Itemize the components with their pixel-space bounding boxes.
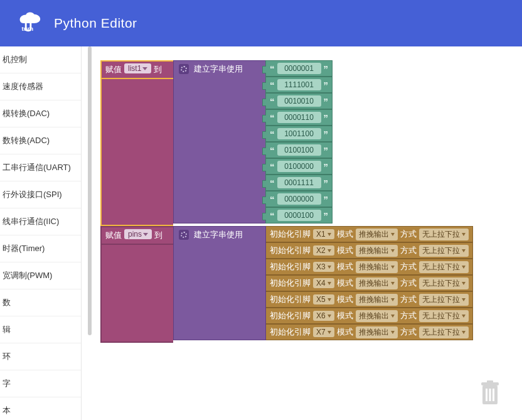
mode-dropdown[interactable]: 推挽输出: [356, 277, 398, 289]
workspace[interactable]: 赋值 list1 到 建立字串使用: [82, 46, 522, 420]
sidebar-item[interactable]: 环: [0, 343, 81, 370]
flyout-separator: [88, 46, 92, 335]
method-dropdown[interactable]: 无上拉下拉: [419, 245, 469, 257]
caret-down-icon: [462, 233, 466, 236]
mode-dropdown[interactable]: 推挽输出: [356, 326, 398, 338]
pin-init-block[interactable]: 初始化引脚 X1 模式 推挽输出 方式 无上拉下拉: [265, 226, 473, 242]
string-value-list: “0000001” “1111001” “0010010” “0000110” …: [266, 60, 333, 226]
mode-dropdown[interactable]: 推挽输出: [356, 294, 398, 306]
variable-dropdown[interactable]: pins: [124, 229, 152, 239]
assign-keyword: 赋值: [105, 230, 122, 241]
pin-mode-label: 模式: [337, 229, 353, 240]
string-literal[interactable]: “0000100”: [265, 207, 333, 223]
pin-init-block[interactable]: 初始化引脚 X3 模式 推挽输出 方式 无上拉下拉: [265, 259, 473, 275]
sidebar-item[interactable]: 线串行通信(IIC): [0, 208, 81, 235]
pin-init-list: 初始化引脚 X1 模式 推挽输出 方式 无上拉下拉 初始化引脚 X2 模式 推挽…: [266, 226, 473, 343]
category-sidebar: 机控制 速度传感器 模转换(DAC) 数转换(ADC) 工串行通信(UART) …: [0, 46, 82, 420]
string-literal[interactable]: “0001111”: [265, 175, 333, 191]
method-dropdown[interactable]: 无上拉下拉: [419, 326, 469, 338]
pin-init-block[interactable]: 初始化引脚 X7 模式 推挽输出 方式 无上拉下拉: [265, 324, 473, 340]
gear-icon[interactable]: [179, 230, 189, 240]
string-literal[interactable]: “0100100”: [265, 142, 333, 158]
pin-init-label: 初始化引脚: [270, 229, 311, 240]
gear-icon[interactable]: [179, 64, 189, 74]
trash-icon[interactable]: [479, 380, 501, 407]
method-dropdown[interactable]: 无上拉下拉: [419, 277, 469, 289]
string-literal[interactable]: “0000110”: [265, 109, 333, 126]
pin-dropdown[interactable]: X1: [313, 229, 334, 239]
create-string-label: 建立字串使用: [194, 63, 243, 75]
variable-dropdown[interactable]: list1: [124, 63, 151, 73]
sidebar-item[interactable]: 字: [0, 370, 81, 397]
app-header: turn Python Editor: [0, 0, 522, 46]
variable-name: pins: [128, 230, 142, 239]
method-dropdown[interactable]: 无上拉下拉: [419, 261, 469, 273]
sidebar-item[interactable]: 数转换(ADC): [0, 127, 81, 154]
pin-dropdown[interactable]: X4: [313, 278, 334, 288]
pin-init-block[interactable]: 初始化引脚 X4 模式 推挽输出 方式 无上拉下拉: [265, 275, 473, 291]
sidebar-item[interactable]: 辑: [0, 316, 81, 343]
sidebar-item[interactable]: 模转换(DAC): [0, 100, 81, 127]
block-stack: 赋值 list1 到 建立字串使用: [100, 60, 473, 343]
sidebar-item[interactable]: 机控制: [0, 46, 81, 73]
app-logo: turn: [13, 8, 44, 39]
variable-name: list1: [128, 64, 141, 73]
sidebar-item[interactable]: 行外设接口(SPI): [0, 181, 81, 208]
sidebar-item[interactable]: 数: [0, 289, 81, 316]
string-literal[interactable]: “0000001”: [265, 60, 333, 77]
mode-dropdown[interactable]: 推挽输出: [356, 261, 398, 273]
assign-to-keyword: 到: [154, 230, 162, 241]
pin-dropdown[interactable]: X5: [313, 294, 334, 304]
caret-down-icon: [143, 233, 148, 236]
string-literal[interactable]: “1001100”: [265, 126, 333, 142]
mode-dropdown[interactable]: 推挽输出: [356, 310, 398, 322]
sidebar-item[interactable]: 宽调制(PWM): [0, 262, 81, 289]
pin-dropdown[interactable]: X7: [313, 327, 334, 337]
method-dropdown[interactable]: 无上拉下拉: [419, 310, 469, 322]
assign-keyword: 赋值: [105, 64, 122, 75]
mode-dropdown[interactable]: 推挽输出: [356, 229, 398, 240]
mode-dropdown[interactable]: 推挽输出: [356, 245, 398, 257]
pin-init-block[interactable]: 初始化引脚 X6 模式 推挽输出 方式 无上拉下拉: [265, 308, 473, 324]
svg-rect-4: [486, 389, 487, 401]
svg-text:turn: turn: [21, 25, 33, 32]
assign-block-list1[interactable]: 赋值 list1 到 建立字串使用: [100, 60, 473, 226]
string-literal[interactable]: “0000000”: [265, 191, 333, 207]
app-title: Python Editor: [54, 16, 137, 31]
method-dropdown[interactable]: 无上拉下拉: [419, 294, 469, 306]
sidebar-item[interactable]: 本: [0, 397, 81, 420]
create-string-label: 建立字串使用: [194, 229, 243, 240]
pin-dropdown[interactable]: X6: [313, 311, 334, 321]
sidebar-item[interactable]: 速度传感器: [0, 73, 81, 100]
sidebar-item[interactable]: 时器(Timer): [0, 235, 81, 262]
string-literal[interactable]: “0100000”: [265, 158, 333, 175]
sidebar-item[interactable]: 工串行通信(UART): [0, 154, 81, 181]
pin-dropdown[interactable]: X3: [313, 262, 334, 272]
pin-init-block[interactable]: 初始化引脚 X2 模式 推挽输出 方式 无上拉下拉: [265, 242, 473, 259]
caret-down-icon: [328, 233, 331, 236]
svg-rect-6: [493, 389, 494, 401]
svg-rect-3: [487, 380, 493, 383]
string-literal[interactable]: “1111001”: [265, 77, 333, 93]
assign-to-keyword: 到: [154, 64, 162, 75]
caret-down-icon: [142, 67, 147, 70]
pin-init-block[interactable]: 初始化引脚 X5 模式 推挽输出 方式 无上拉下拉: [265, 291, 473, 308]
method-dropdown[interactable]: 无上拉下拉: [419, 229, 469, 240]
svg-rect-5: [489, 389, 491, 401]
string-literal[interactable]: “0010010”: [265, 93, 333, 109]
caret-down-icon: [391, 233, 395, 236]
pin-dropdown[interactable]: X2: [313, 245, 334, 256]
pin-method-label: 方式: [400, 229, 417, 240]
main-area: 机控制 速度传感器 模转换(DAC) 数转换(ADC) 工串行通信(UART) …: [0, 46, 522, 420]
assign-block-pins[interactable]: 赋值 pins 到 建立字串使用: [100, 226, 473, 343]
